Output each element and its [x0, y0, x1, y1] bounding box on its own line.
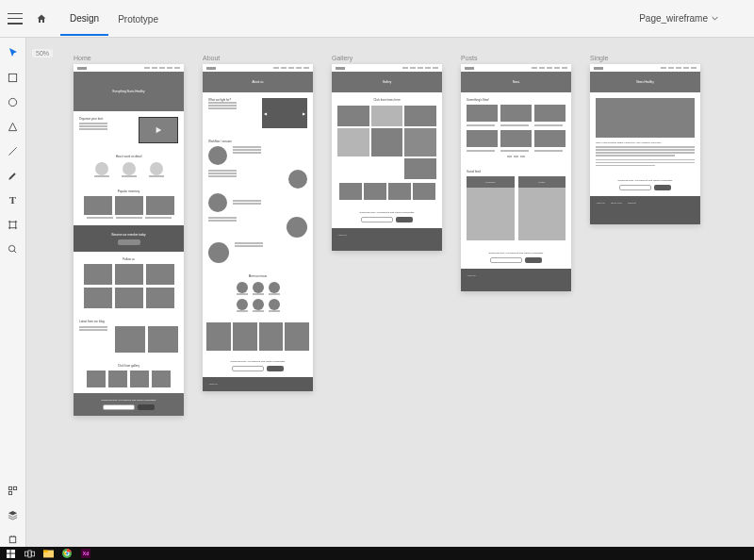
- section-title: Organize your best: [79, 117, 126, 121]
- twitter-tab: Twitter: [518, 176, 566, 188]
- menu-icon[interactable]: [8, 13, 23, 25]
- rectangle-tool-icon[interactable]: [6, 70, 21, 85]
- zoom-label: 50%: [32, 49, 53, 58]
- ellipse-tool-icon[interactable]: [6, 94, 21, 109]
- svg-point-1: [8, 98, 16, 106]
- footer-col: Contact: [628, 202, 636, 219]
- section-title: Follow us: [123, 257, 135, 261]
- taskview-icon[interactable]: [23, 549, 36, 558]
- svg-rect-0: [8, 74, 16, 81]
- section-title: Something's New!: [467, 98, 566, 102]
- svg-rect-8: [10, 550, 15, 553]
- line-tool-icon[interactable]: [6, 143, 21, 158]
- artboard-label: Home: [74, 55, 91, 61]
- subscribe-text: Subscribe Now And Receive The Weekly New…: [231, 360, 286, 363]
- pen-tool-icon[interactable]: [6, 168, 21, 183]
- section-title: Workflow / session: [208, 140, 307, 143]
- windows-taskbar: Xd: [0, 547, 754, 560]
- artboard-label: Gallery: [332, 55, 352, 61]
- footer-col: Quick links: [611, 202, 622, 219]
- hero-title: Gallery: [383, 80, 392, 84]
- footer-col: About us: [467, 274, 566, 277]
- footer-col: About us: [337, 234, 436, 237]
- tool-panel: T: [0, 38, 26, 547]
- svg-rect-6: [9, 536, 15, 542]
- svg-rect-12: [27, 550, 30, 556]
- section-title: Meet our team: [249, 274, 267, 278]
- play-icon: [155, 126, 162, 134]
- facebook-tab: Facebook: [467, 176, 515, 188]
- plugins-panel-icon[interactable]: [6, 532, 21, 547]
- hero-title: About us: [253, 80, 264, 84]
- subscribe-text: Subscribe Now And Receive The Weekly New…: [489, 252, 544, 255]
- svg-rect-3: [8, 486, 11, 489]
- section-title: Click from times here: [373, 98, 400, 102]
- svg-rect-4: [13, 486, 16, 489]
- section-title: Latest from our blog: [79, 320, 178, 323]
- section-title: How it work on detail: [116, 155, 142, 158]
- cta-band: Become our member today: [111, 233, 145, 237]
- tab-prototype[interactable]: Prototype: [108, 3, 168, 35]
- svg-text:Xd: Xd: [83, 551, 89, 556]
- layers-panel-icon[interactable]: [6, 507, 21, 522]
- assets-panel-icon[interactable]: [6, 483, 21, 498]
- artboard-gallery[interactable]: Gallery Gallery Click from times here Su…: [332, 64, 442, 251]
- select-tool-icon[interactable]: [6, 45, 21, 60]
- document-name: Page_wireframe: [639, 13, 708, 24]
- footer-col: About us: [208, 383, 218, 386]
- zoom-tool-icon[interactable]: [6, 241, 21, 256]
- artboard-about[interactable]: About About us What we fight for? ◀ ▶ Wo…: [203, 64, 313, 391]
- svg-rect-13: [31, 552, 34, 556]
- svg-rect-11: [25, 552, 27, 556]
- artboard-home[interactable]: Home Everything Starts Healthy Organize …: [74, 64, 184, 416]
- hero-title: Everything Starts Healthy: [113, 90, 145, 93]
- text-tool-icon[interactable]: T: [6, 192, 21, 207]
- document-name-dropdown[interactable]: Page_wireframe: [639, 13, 718, 24]
- polygon-tool-icon[interactable]: [6, 119, 21, 134]
- section-title: Popular inventory: [118, 189, 139, 193]
- start-icon[interactable]: [4, 549, 17, 558]
- hero-title: News: [513, 80, 520, 84]
- artboard-single[interactable]: Single News Healthy Copy From Training R…: [590, 64, 700, 224]
- section-title: Click from gallery: [118, 364, 139, 368]
- design-canvas[interactable]: 50% Home Everything Starts Healthy Organ…: [26, 38, 754, 547]
- artboard-label: Single: [590, 55, 608, 61]
- chevron-down-icon: [712, 15, 718, 22]
- artboard-row: Home Everything Starts Healthy Organize …: [74, 64, 700, 416]
- artboard-tool-icon[interactable]: [6, 217, 21, 232]
- svg-rect-15: [43, 550, 48, 552]
- chrome-icon[interactable]: [60, 549, 74, 558]
- svg-rect-7: [7, 550, 10, 553]
- xd-icon[interactable]: Xd: [79, 549, 92, 558]
- application-topbar: Design Prototype Page_wireframe: [0, 0, 754, 38]
- home-icon[interactable]: [36, 13, 47, 25]
- svg-point-2: [8, 245, 14, 251]
- artboard-posts[interactable]: Posts News Something's New! Social feed …: [461, 64, 571, 291]
- artboard-label: About: [203, 55, 220, 61]
- section-title: Social feed: [467, 170, 566, 173]
- subscribe-text: Subscribe Now And Receive The Weekly New…: [618, 179, 673, 182]
- artboard-label: Posts: [461, 55, 478, 61]
- subscribe-text: Subscribe Now And Receive The Weekly New…: [102, 399, 156, 402]
- svg-rect-9: [7, 553, 10, 558]
- footer-col: About us: [596, 202, 605, 219]
- svg-rect-5: [8, 491, 11, 494]
- tab-design[interactable]: Design: [60, 2, 108, 36]
- svg-rect-10: [10, 553, 15, 558]
- file-explorer-icon[interactable]: [41, 549, 55, 558]
- hero-title: News Healthy: [636, 80, 654, 84]
- subscribe-text: Subscribe Now And Receive The Weekly New…: [360, 211, 415, 214]
- post-title: Copy From Training Ready! Good For Your …: [596, 141, 695, 144]
